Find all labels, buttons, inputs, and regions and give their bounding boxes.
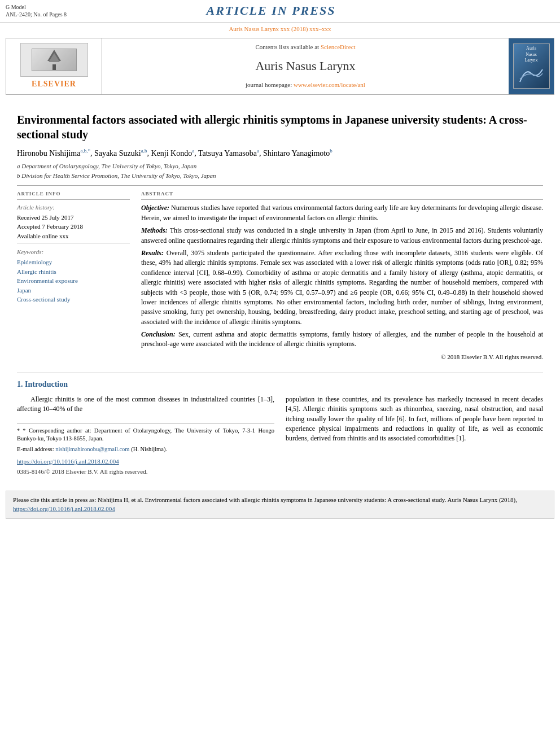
email-label: E-mail address:	[17, 446, 54, 452]
copyright-line: © 2018 Elsevier B.V. All rights reserved…	[141, 353, 543, 361]
citation-box-doi-link[interactable]: https://doi.org/10.1016/j.anl.2018.02.00…	[13, 505, 115, 512]
anl-number: ANL-2420; No. of Pages 8	[6, 11, 67, 18]
contents-available-text: Contents lists available at	[255, 43, 319, 50]
email-link[interactable]: nishijimahironobu@gmail.com	[55, 446, 129, 452]
intro-title: 1. Introduction	[17, 379, 543, 390]
keyword-3: Environmental exposure	[17, 277, 130, 285]
contents-line: Contents lists available at ScienceDirec…	[113, 43, 497, 51]
doi-line: https://doi.org/10.1016/j.anl.2018.02.00…	[17, 457, 274, 466]
keyword-4: Japan	[17, 286, 130, 295]
abstract-divider	[141, 199, 543, 200]
abstract-conclusion: Conclusion: Sex, current asthma and atop…	[141, 330, 543, 350]
sciencedirect-link[interactable]: ScienceDirect	[321, 43, 356, 50]
results-label: Results:	[141, 249, 164, 257]
main-content: Environmental factors associated with al…	[0, 98, 560, 482]
intro-col-left: Allergic rhinitis is one of the most com…	[17, 395, 274, 477]
section-title: Introduction	[25, 380, 68, 388]
model-info: G Model ANL-2420; No. of Pages 8	[6, 3, 67, 18]
abstract-text: Objective: Numerous studies have reporte…	[141, 203, 543, 349]
affiliations: a Department of Otolaryngology, The Univ…	[17, 162, 543, 181]
authors-line: Hironobu Nishijimaa,b,*, Sayaka Suzukia,…	[17, 147, 543, 159]
journal-header-logo: ELSEVIER	[6, 38, 102, 94]
article-in-press-banner: ARTICLE IN PRESS	[67, 2, 475, 20]
keyword-5: Cross-sectional study	[17, 295, 130, 304]
doi-link[interactable]: https://doi.org/10.1016/j.anl.2018.02.00…	[17, 458, 119, 465]
conclusion-label: Conclusion:	[141, 330, 176, 338]
abstract-results: Results: Overall, 3075 students particip…	[141, 248, 543, 327]
elsevier-tree-icon	[32, 49, 77, 71]
homepage-line: journal homepage: www.elsevier.com/locat…	[113, 81, 497, 89]
issn-line: 0385-8146/© 2018 Elsevier B.V. All right…	[17, 468, 274, 476]
received-date: Received 25 July 2017	[17, 213, 130, 222]
journal-header-center: Contents lists available at ScienceDirec…	[102, 38, 509, 94]
article-info-abstract-section: ARTICLE INFO Article history: Received 2…	[17, 190, 543, 361]
cover-text: Auris Nasus Larynx	[517, 46, 545, 87]
svg-rect-0	[53, 64, 56, 70]
email-suffix: (H. Nishijima).	[131, 446, 167, 452]
article-in-press-text: ARTICLE IN PRESS	[207, 3, 336, 18]
journal-title: Auris Nasus Larynx	[113, 53, 497, 80]
abstract-objective: Objective: Numerous studies have reporte…	[141, 203, 543, 223]
citation-line: Auris Nasus Larynx xxx (2018) xxx–xxx	[0, 23, 560, 34]
intro-two-col: Allergic rhinitis is one of the most com…	[17, 395, 543, 477]
journal-header: ELSEVIER Contents lists available at Sci…	[6, 38, 554, 95]
intro-para-1: Allergic rhinitis is one of the most com…	[17, 395, 274, 414]
introduction-section: 1. Introduction Allergic rhinitis is one…	[17, 373, 543, 477]
objective-text: Numerous studies have reported that vari…	[141, 204, 543, 221]
footnote-star-line: * * Corresponding author at: Department …	[17, 427, 274, 443]
article-title: Environmental factors associated with al…	[17, 112, 543, 142]
article-info-label: ARTICLE INFO	[17, 190, 130, 198]
top-bar: G Model ANL-2420; No. of Pages 8 ARTICLE…	[0, 0, 560, 23]
keyword-2: Allergic rhinitis	[17, 268, 130, 276]
citation-box-text: Please cite this article in press as: Ni…	[13, 496, 517, 503]
accepted-date: Accepted 7 February 2018	[17, 222, 130, 231]
article-info-divider	[17, 199, 130, 200]
intro-col-right: population in these countries, and its p…	[286, 395, 543, 477]
affil-a: a Department of Otolaryngology, The Univ…	[17, 162, 543, 171]
results-text: Overall, 3075 students participated the …	[141, 249, 543, 326]
footnote-email-line: E-mail address: nishijimahironobu@gmail.…	[17, 445, 274, 454]
objective-label: Objective:	[141, 204, 169, 212]
affil-b: b Division for Health Service Promotion,…	[17, 172, 543, 180]
abstract-label: ABSTRACT	[141, 190, 543, 198]
keyword-1: Epidemiology	[17, 258, 130, 267]
homepage-link[interactable]: www.elsevier.com/locate/anl	[294, 81, 365, 88]
keywords-label: Keywords:	[17, 248, 130, 256]
elsevier-logo	[20, 43, 88, 77]
footnote-star-icon: *	[17, 427, 20, 434]
methods-label: Methods:	[141, 226, 168, 234]
abstract-methods: Methods: This cross-sectional study was …	[141, 226, 543, 246]
intro-para-2: population in these countries, and its p…	[286, 395, 543, 444]
homepage-label: journal homepage:	[246, 81, 292, 88]
methods-text: This cross-sectional study was conducted…	[141, 226, 543, 244]
elsevier-text: ELSEVIER	[32, 78, 76, 90]
section-num: 1.	[17, 380, 23, 388]
citation-text: Auris Nasus Larynx xxx (2018) xxx–xxx	[229, 25, 331, 32]
footnote-area: * * Corresponding author at: Department …	[17, 423, 274, 477]
available-online: Available online xxx	[17, 232, 130, 241]
g-model-label: G Model	[6, 3, 67, 11]
citation-box: Please cite this article in press as: Ni…	[6, 491, 554, 519]
history-label: Article history:	[17, 203, 130, 212]
footnote-star-text: * Corresponding author at: Department of…	[17, 427, 274, 442]
journal-cover-right: Auris Nasus Larynx	[509, 38, 554, 94]
divider-1	[17, 185, 543, 186]
intro-para1-text: Allergic rhinitis is one of the most com…	[17, 395, 274, 413]
article-info-col: ARTICLE INFO Article history: Received 2…	[17, 190, 130, 361]
conclusion-text: Sex, current asthma and atopic dermatiti…	[141, 330, 543, 348]
keywords-divider	[17, 243, 130, 243]
journal-cover-image: Auris Nasus Larynx	[513, 43, 550, 89]
abstract-col: ABSTRACT Objective: Numerous studies hav…	[141, 190, 543, 361]
